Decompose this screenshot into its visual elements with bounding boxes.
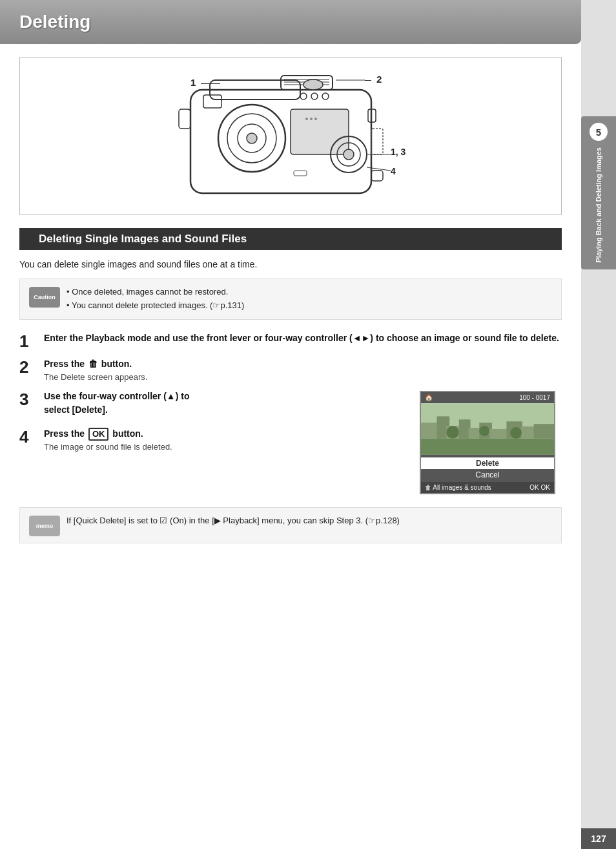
svg-point-24 [310, 118, 313, 120]
caution-bullet-1: • Once deleted, images cannot be restore… [67, 286, 244, 299]
delete-screen-photo [421, 403, 554, 455]
step-2-title: Press the 🗑 button. [44, 357, 562, 371]
step-2-content: Press the 🗑 button. The Delete screen ap… [44, 357, 562, 382]
trash-icon: 🗑 [88, 357, 98, 371]
steps-section: 1 Enter the Playback mode and use the fr… [0, 331, 581, 494]
svg-point-13 [322, 93, 329, 100]
svg-point-9 [247, 133, 257, 143]
section-heading: Deleting Single Images and Sound Files [19, 228, 562, 250]
steps-3-4-with-image: 3 Use the four-way controller (▲) tosele… [19, 390, 562, 494]
step-4-title: Press the OK button. [44, 427, 420, 441]
chapter-number: 5 [590, 123, 608, 141]
svg-rect-21 [371, 129, 383, 154]
delete-menu-item-cancel: Cancel [421, 469, 554, 481]
step-1-content: Enter the Playback mode and use the fron… [44, 331, 562, 346]
svg-rect-39 [489, 429, 508, 439]
svg-rect-41 [521, 426, 535, 439]
svg-rect-14 [291, 109, 349, 154]
svg-point-23 [305, 118, 308, 120]
step-2-number: 2 [19, 357, 44, 375]
svg-point-44 [479, 426, 489, 436]
step-4-desc: The image or sound file is deleted. [44, 442, 420, 452]
caution-bullet-2: • You cannot delete protected images. (☞… [67, 299, 244, 313]
page-title-bar: Deleting [0, 0, 581, 44]
page-number: 127 [581, 828, 616, 849]
memo-box: memo If [Quick Delete] is set to ☑ (On) … [19, 507, 562, 543]
svg-rect-10 [203, 95, 221, 108]
caution-box: Caution • Once deleted, images cannot be… [19, 278, 562, 320]
delete-screen-file-number: 100 - 0017 [519, 394, 550, 401]
svg-rect-19 [179, 109, 190, 129]
step-4-content: Press the OK button. The image or sound … [44, 427, 420, 452]
step-2-desc: The Delete screen appears. [44, 372, 562, 382]
steps-col: 3 Use the four-way controller (▲) tosele… [19, 390, 420, 460]
delete-screen-footer-right: OK OK [529, 484, 550, 491]
svg-point-11 [300, 93, 307, 100]
delete-menu-item-delete: Delete [421, 457, 554, 469]
caution-icon: Caution [29, 287, 60, 308]
step-4-number: 4 [19, 427, 44, 445]
delete-screen-menu: Delete Cancel [421, 455, 554, 482]
caution-text: • Once deleted, images cannot be restore… [67, 286, 244, 313]
svg-point-26 [303, 79, 323, 90]
svg-rect-20 [371, 171, 383, 181]
photo-svg [421, 403, 554, 455]
step-1-title: Enter the Playback mode and use the fron… [44, 331, 562, 345]
step-1: 1 Enter the Playback mode and use the fr… [19, 331, 562, 350]
intro-text: You can delete single images and sound f… [0, 259, 581, 278]
delete-screen-footer: 🗑 All images & sounds OK OK [421, 482, 554, 493]
camera-svg [152, 70, 429, 200]
svg-point-12 [311, 93, 318, 100]
step-2: 2 Press the 🗑 button. The Delete screen … [19, 357, 562, 382]
step-4: 4 Press the OK button. The image or soun… [19, 427, 420, 452]
delete-screen-image: 🏠 100 - 0017 [420, 391, 562, 494]
svg-point-17 [344, 149, 354, 160]
step-1-number: 1 [19, 331, 44, 350]
camera-diagram: 1 2 1, 3 4 [152, 70, 429, 202]
step-3-number: 3 [19, 390, 44, 408]
svg-rect-32 [421, 438, 554, 454]
page-title: Deleting [19, 12, 562, 32]
main-content: Deleting [0, 0, 581, 849]
right-sidebar: 5 Playing Back and Deleting Images 127 [581, 0, 616, 849]
delete-screen: 🏠 100 - 0017 [420, 391, 555, 494]
delete-screen-footer-left: 🗑 All images & sounds [425, 484, 491, 491]
memo-icon: memo [29, 516, 60, 536]
camera-diagram-box: 1 2 1, 3 4 [19, 57, 562, 215]
delete-screen-icon: 🏠 [425, 394, 433, 401]
step-3-title: Use the four-way controller (▲) toselect… [44, 390, 420, 417]
svg-point-45 [510, 427, 522, 439]
svg-rect-22 [294, 171, 307, 176]
delete-screen-header: 🏠 100 - 0017 [421, 392, 554, 403]
step-3: 3 Use the four-way controller (▲) tosele… [19, 390, 420, 418]
step-3-content: Use the four-way controller (▲) toselect… [44, 390, 420, 418]
sidebar-chapter: 5 Playing Back and Deleting Images [581, 116, 616, 269]
chapter-text: Playing Back and Deleting Images [594, 147, 603, 263]
svg-rect-42 [534, 424, 554, 439]
svg-point-43 [446, 426, 459, 439]
memo-text: If [Quick Delete] is set to ☑ (On) in th… [67, 514, 400, 528]
ok-symbol: OK [88, 428, 109, 441]
svg-point-25 [314, 118, 317, 120]
